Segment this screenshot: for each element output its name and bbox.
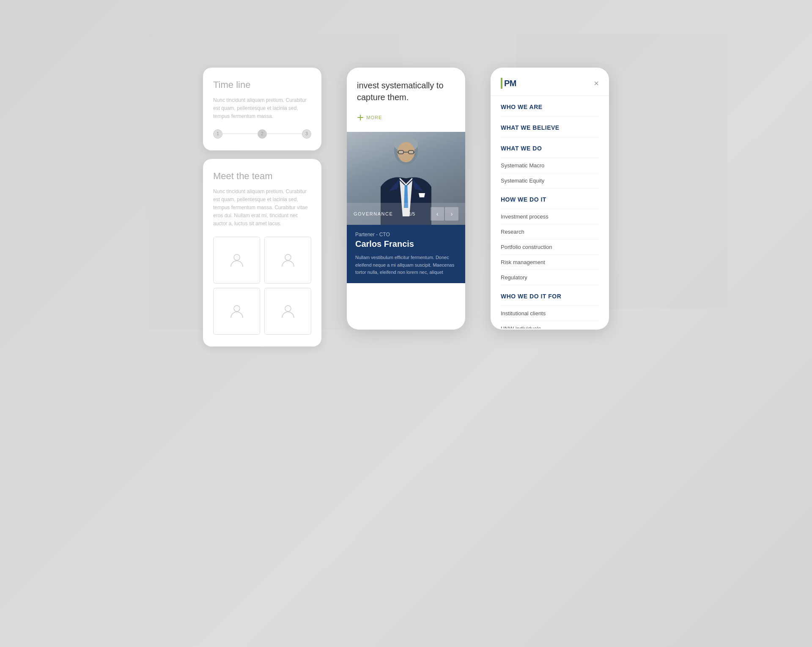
- plus-icon: +: [357, 112, 364, 123]
- governance-photo: GOVERNANCE 1/5 ‹ ›: [347, 132, 465, 225]
- nav-systematic-macro[interactable]: Systematic Macro: [501, 158, 599, 173]
- phones-container: Time line Nunc tincidunt aliquam pretium…: [203, 68, 609, 347]
- nav-arrows: ‹ ›: [431, 207, 458, 221]
- phone-left: Time line Nunc tincidunt aliquam pretium…: [203, 68, 321, 347]
- timeline-dot-1: 1: [213, 129, 222, 139]
- timeline-title: Time line: [213, 79, 311, 90]
- svg-point-0: [234, 254, 240, 260]
- close-button[interactable]: ×: [594, 79, 599, 87]
- avatar-3: [213, 288, 260, 335]
- nav-regulatory[interactable]: Regulatory: [501, 270, 599, 285]
- invest-text: invest systematically to capture them.: [357, 79, 455, 103]
- ipm-logo: PM: [501, 78, 516, 89]
- meet-team-panel: Meet the team Nunc tincidunt aliquam pre…: [203, 159, 321, 347]
- prev-arrow[interactable]: ‹: [431, 207, 444, 221]
- middle-content: invest systematically to capture them. +…: [347, 68, 465, 123]
- meet-team-text: Nunc tincidunt aliquam pretium. Curabitu…: [213, 188, 311, 228]
- timeline-panel: Time line Nunc tincidunt aliquam pretium…: [203, 68, 321, 150]
- timeline-dot-3: 3: [302, 129, 311, 139]
- nav-investment-process[interactable]: Investment process: [501, 209, 599, 224]
- logo-text: PM: [504, 79, 516, 88]
- timeline: 1 2 3: [213, 129, 311, 139]
- nav-institutional-clients[interactable]: Institutional clients: [501, 306, 599, 321]
- avatar-icon-4: [280, 303, 296, 319]
- nav-what-we-believe[interactable]: WHAT WE BELIEVE: [501, 117, 599, 137]
- avatar-icon-2: [280, 251, 296, 268]
- nav-hnw-individuals[interactable]: HNW individuals: [501, 321, 599, 328]
- avatar-icon-3: [228, 303, 245, 319]
- nav-header: PM ×: [491, 68, 609, 96]
- plus-more[interactable]: + MORE: [357, 112, 455, 123]
- svg-point-3: [285, 306, 291, 311]
- timeline-dot-2: 2: [258, 129, 267, 139]
- governance-bar: GOVERNANCE 1/5 ‹ ›: [347, 203, 465, 225]
- nav-who-we-are[interactable]: WHO WE ARE: [501, 96, 599, 117]
- nav-systematic-equity[interactable]: Systematic Equity: [501, 173, 599, 188]
- meet-team-title: Meet the team: [213, 171, 311, 182]
- nav-risk-management[interactable]: Risk management: [501, 255, 599, 270]
- nav-research[interactable]: Research: [501, 224, 599, 240]
- phone-middle: invest systematically to capture them. +…: [347, 68, 465, 330]
- logo-bar-icon: [501, 78, 502, 89]
- svg-rect-8: [409, 150, 414, 154]
- phone-right: PM × WHO WE ARE WHAT WE BELIEVE WHAT WE …: [491, 68, 609, 330]
- person-role: Partener - CTO: [355, 232, 457, 238]
- timeline-line-2: [267, 134, 302, 134]
- avatar-4: [264, 288, 311, 335]
- person-description: Nullam vestibulum efficitur fermentum. D…: [355, 254, 457, 276]
- next-arrow[interactable]: ›: [445, 207, 458, 221]
- avatar-icon-1: [228, 251, 245, 268]
- team-avatars-grid: [213, 237, 311, 335]
- nav-how-we-do-it[interactable]: HOW WE DO IT: [501, 188, 599, 209]
- person-info: Partener - CTO Carlos Francis Nullam ves…: [347, 225, 465, 283]
- svg-point-1: [285, 254, 291, 260]
- person-name: Carlos Francis: [355, 239, 457, 249]
- nav-what-we-do[interactable]: WHAT WE DO: [501, 137, 599, 158]
- more-label: MORE: [366, 115, 382, 120]
- governance-label: GOVERNANCE: [354, 211, 393, 216]
- avatar-2: [264, 237, 311, 284]
- governance-count: 1/5: [409, 211, 415, 216]
- nav-menu: WHO WE ARE WHAT WE BELIEVE WHAT WE DO Sy…: [491, 96, 609, 328]
- svg-point-2: [234, 306, 240, 311]
- nav-portfolio-construction[interactable]: Portfolio construction: [501, 240, 599, 255]
- avatar-1: [213, 237, 260, 284]
- nav-who-we-do-it-for[interactable]: WHO WE DO IT FOR: [501, 285, 599, 306]
- svg-rect-7: [398, 150, 403, 154]
- timeline-text: Nunc tincidunt aliquam pretium. Curabitu…: [213, 96, 311, 121]
- timeline-line-1: [222, 134, 258, 134]
